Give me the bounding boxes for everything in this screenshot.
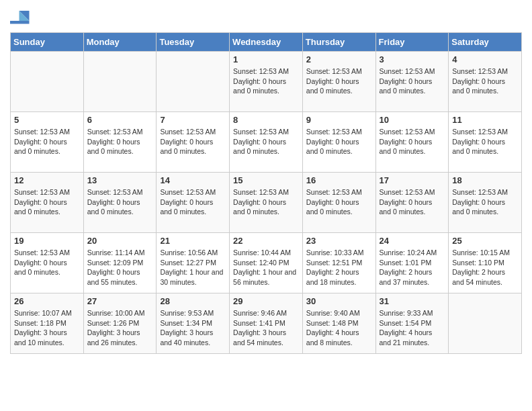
weekday-header-saturday: Saturday bbox=[449, 33, 522, 52]
day-info: Sunset: 12:53 AM Daylight: 0 hours and 0… bbox=[306, 187, 372, 217]
calendar-cell: 30Sunrise: 9:40 AM Sunset: 1:48 PM Dayli… bbox=[302, 293, 375, 354]
calendar-cell: 29Sunrise: 9:46 AM Sunset: 1:41 PM Dayli… bbox=[230, 293, 303, 354]
day-number: 30 bbox=[306, 296, 372, 306]
day-info: Sunrise: 10:24 AM Sunset: 1:01 PM Daylig… bbox=[380, 248, 445, 287]
calendar-cell: 19Sunset: 12:53 AM Daylight: 0 hours and… bbox=[11, 233, 84, 293]
calendar-cell: 6Sunset: 12:53 AM Daylight: 0 hours and … bbox=[83, 112, 157, 173]
day-info: Sunset: 12:53 AM Daylight: 0 hours and 0… bbox=[380, 127, 445, 156]
day-info: Sunrise: 10:33 AM Sunset: 12:51 PM Dayli… bbox=[306, 248, 372, 287]
weekday-header-row: SundayMondayTuesdayWednesdayThursdayFrid… bbox=[11, 33, 522, 52]
calendar-cell: 21Sunrise: 10:56 AM Sunset: 12:27 PM Day… bbox=[157, 233, 230, 293]
weekday-header-sunday: Sunday bbox=[11, 33, 84, 52]
calendar-cell bbox=[83, 52, 157, 112]
day-number: 9 bbox=[306, 115, 372, 125]
calendar-cell: 2Sunset: 12:53 AM Daylight: 0 hours and … bbox=[302, 52, 375, 112]
day-info: Sunset: 12:53 AM Daylight: 0 hours and 0… bbox=[452, 127, 518, 156]
calendar-cell: 14Sunset: 12:53 AM Daylight: 0 hours and… bbox=[157, 173, 230, 233]
weekday-header-thursday: Thursday bbox=[302, 33, 375, 52]
day-info: Sunset: 12:53 AM Daylight: 0 hours and 0… bbox=[233, 127, 299, 156]
calendar-cell bbox=[449, 293, 522, 354]
day-number: 12 bbox=[14, 175, 80, 185]
day-info: Sunrise: 9:40 AM Sunset: 1:48 PM Dayligh… bbox=[306, 308, 372, 348]
day-info: Sunset: 12:53 AM Daylight: 0 hours and 0… bbox=[14, 248, 80, 277]
calendar-cell: 7Sunset: 12:53 AM Daylight: 0 hours and … bbox=[157, 112, 230, 173]
day-number: 13 bbox=[87, 175, 153, 185]
calendar-cell: 3Sunset: 12:53 AM Daylight: 0 hours and … bbox=[375, 52, 449, 112]
calendar-cell: 31Sunrise: 9:33 AM Sunset: 1:54 PM Dayli… bbox=[375, 293, 449, 354]
calendar-week-1: 1Sunset: 12:53 AM Daylight: 0 hours and … bbox=[11, 52, 522, 112]
day-info: Sunset: 12:53 AM Daylight: 0 hours and 0… bbox=[380, 187, 445, 217]
day-number: 18 bbox=[452, 175, 518, 185]
day-number: 10 bbox=[380, 115, 445, 125]
day-info: Sunset: 12:53 AM Daylight: 0 hours and 0… bbox=[233, 66, 299, 96]
calendar-cell: 8Sunset: 12:53 AM Daylight: 0 hours and … bbox=[230, 112, 303, 173]
day-info: Sunset: 12:53 AM Daylight: 0 hours and 0… bbox=[160, 127, 226, 156]
calendar-cell: 24Sunrise: 10:24 AM Sunset: 1:01 PM Dayl… bbox=[375, 233, 449, 293]
day-number: 4 bbox=[452, 54, 518, 64]
day-info: Sunrise: 11:14 AM Sunset: 12:09 PM Dayli… bbox=[87, 248, 153, 287]
svg-rect-3 bbox=[10, 21, 30, 24]
calendar-cell: 26Sunrise: 10:07 AM Sunset: 1:18 PM Dayl… bbox=[11, 293, 84, 354]
calendar-cell: 4Sunset: 12:53 AM Daylight: 0 hours and … bbox=[449, 52, 522, 112]
calendar-cell: 11Sunset: 12:53 AM Daylight: 0 hours and… bbox=[449, 112, 522, 173]
day-number: 7 bbox=[160, 115, 226, 125]
weekday-header-monday: Monday bbox=[83, 33, 157, 52]
day-number: 3 bbox=[380, 54, 445, 64]
calendar-cell bbox=[157, 52, 230, 112]
day-number: 23 bbox=[306, 236, 372, 246]
day-number: 5 bbox=[14, 115, 80, 125]
calendar-cell: 18Sunset: 12:53 AM Daylight: 0 hours and… bbox=[449, 173, 522, 233]
calendar-cell: 23Sunrise: 10:33 AM Sunset: 12:51 PM Day… bbox=[302, 233, 375, 293]
calendar-cell: 22Sunrise: 10:44 AM Sunset: 12:40 PM Day… bbox=[230, 233, 303, 293]
day-number: 8 bbox=[233, 115, 299, 125]
day-number: 19 bbox=[14, 236, 80, 246]
calendar-cell: 10Sunset: 12:53 AM Daylight: 0 hours and… bbox=[375, 112, 449, 173]
day-number: 26 bbox=[14, 296, 80, 306]
day-number: 16 bbox=[306, 175, 372, 185]
calendar-cell: 1Sunset: 12:53 AM Daylight: 0 hours and … bbox=[230, 52, 303, 112]
day-number: 22 bbox=[233, 236, 299, 246]
day-info: Sunset: 12:53 AM Daylight: 0 hours and 0… bbox=[306, 127, 372, 156]
calendar-cell: 5Sunset: 12:53 AM Daylight: 0 hours and … bbox=[11, 112, 84, 173]
day-number: 14 bbox=[160, 175, 226, 185]
day-info: Sunset: 12:53 AM Daylight: 0 hours and 0… bbox=[87, 127, 153, 156]
calendar-week-4: 19Sunset: 12:53 AM Daylight: 0 hours and… bbox=[11, 233, 522, 293]
day-info: Sunset: 12:53 AM Daylight: 0 hours and 0… bbox=[306, 66, 372, 96]
day-number: 24 bbox=[380, 236, 445, 246]
day-info: Sunset: 12:53 AM Daylight: 0 hours and 0… bbox=[14, 127, 80, 156]
day-number: 28 bbox=[160, 296, 226, 306]
day-number: 20 bbox=[87, 236, 153, 246]
day-info: Sunrise: 9:33 AM Sunset: 1:54 PM Dayligh… bbox=[380, 308, 445, 348]
weekday-header-friday: Friday bbox=[375, 33, 449, 52]
calendar-cell: 25Sunrise: 10:15 AM Sunset: 1:10 PM Dayl… bbox=[449, 233, 522, 293]
calendar-week-2: 5Sunset: 12:53 AM Daylight: 0 hours and … bbox=[11, 112, 522, 173]
day-number: 11 bbox=[452, 115, 518, 125]
weekday-header-wednesday: Wednesday bbox=[230, 33, 303, 52]
day-info: Sunrise: 10:00 AM Sunset: 1:26 PM Daylig… bbox=[87, 308, 153, 348]
day-info: Sunset: 12:53 AM Daylight: 0 hours and 0… bbox=[87, 187, 153, 217]
day-info: Sunset: 12:53 AM Daylight: 0 hours and 0… bbox=[452, 187, 518, 217]
calendar-cell: 16Sunset: 12:53 AM Daylight: 0 hours and… bbox=[302, 173, 375, 233]
calendar-table: SundayMondayTuesdayWednesdayThursdayFrid… bbox=[10, 32, 522, 354]
day-info: Sunrise: 9:46 AM Sunset: 1:41 PM Dayligh… bbox=[233, 308, 299, 348]
day-info: Sunset: 12:53 AM Daylight: 0 hours and 0… bbox=[14, 187, 80, 217]
calendar-week-3: 12Sunset: 12:53 AM Daylight: 0 hours and… bbox=[11, 173, 522, 233]
day-info: Sunset: 12:53 AM Daylight: 0 hours and 0… bbox=[380, 66, 445, 96]
day-number: 17 bbox=[380, 175, 445, 185]
day-info: Sunset: 12:53 AM Daylight: 0 hours and 0… bbox=[160, 187, 226, 217]
day-number: 27 bbox=[87, 296, 153, 306]
calendar-cell: 28Sunrise: 9:53 AM Sunset: 1:34 PM Dayli… bbox=[157, 293, 230, 354]
day-info: Sunrise: 10:44 AM Sunset: 12:40 PM Dayli… bbox=[233, 248, 299, 287]
weekday-header-tuesday: Tuesday bbox=[157, 33, 230, 52]
day-info: Sunrise: 9:53 AM Sunset: 1:34 PM Dayligh… bbox=[160, 308, 226, 348]
calendar-cell: 20Sunrise: 11:14 AM Sunset: 12:09 PM Day… bbox=[83, 233, 157, 293]
calendar-cell: 27Sunrise: 10:00 AM Sunset: 1:26 PM Dayl… bbox=[83, 293, 157, 354]
day-number: 29 bbox=[233, 296, 299, 306]
calendar-cell bbox=[11, 52, 84, 112]
day-number: 15 bbox=[233, 175, 299, 185]
day-number: 31 bbox=[380, 296, 445, 306]
day-info: Sunrise: 10:15 AM Sunset: 1:10 PM Daylig… bbox=[452, 248, 518, 287]
calendar-cell: 12Sunset: 12:53 AM Daylight: 0 hours and… bbox=[11, 173, 84, 233]
calendar-week-5: 26Sunrise: 10:07 AM Sunset: 1:18 PM Dayl… bbox=[11, 293, 522, 354]
day-number: 25 bbox=[452, 236, 518, 246]
